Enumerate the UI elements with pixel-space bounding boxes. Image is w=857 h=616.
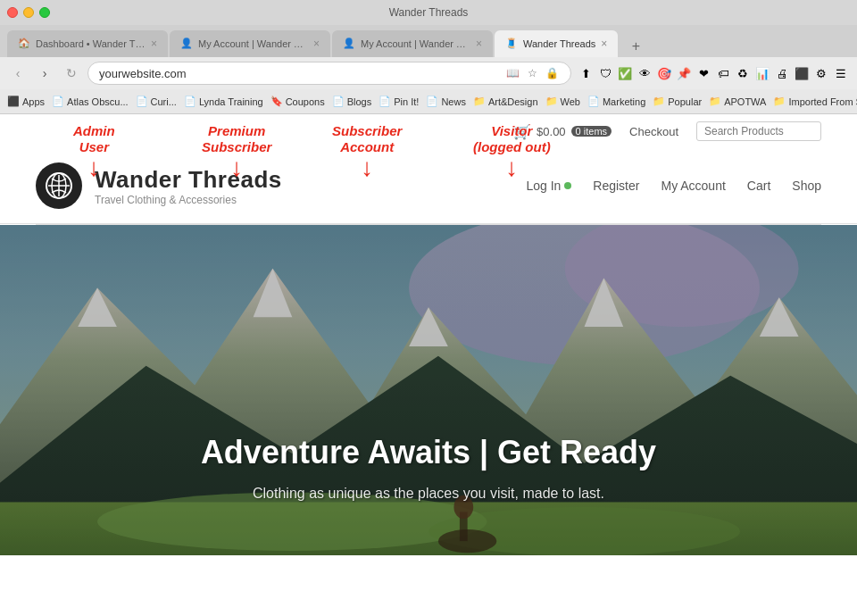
tab-favicon-dashboard: 🏠: [18, 37, 30, 50]
tab-wander-threads[interactable]: 🧵 Wander Threads ×: [495, 30, 618, 57]
apotwa-icon: 📁: [709, 96, 721, 107]
tab-myaccount1[interactable]: 👤 My Account | Wander Thre... ×: [170, 30, 330, 57]
menu-icon[interactable]: ☰: [832, 64, 850, 82]
bookmark-artdesign[interactable]: 📁 Art&Design: [473, 96, 538, 107]
url-icons: 📖 ☆ 🔒: [504, 65, 560, 81]
url-text: yourwebsite.com: [99, 67, 504, 80]
bookmarks-bar: ⬛ Apps 📄 Atlas Obscu... 📄 Curi... 📄 Lynd…: [0, 89, 857, 114]
reader-icon[interactable]: 📖: [504, 65, 520, 81]
bookmark-imported[interactable]: 📁 Imported From Safari: [773, 96, 857, 107]
hero-content: Adventure Awaits | Get Ready Clothing as…: [86, 434, 771, 502]
nav-login[interactable]: Log In: [526, 179, 571, 193]
site-logo-wrap: Wander Threads Travel Clothing & Accesso…: [36, 162, 282, 209]
back-button[interactable]: ‹: [7, 62, 29, 84]
bookmark-coupons[interactable]: 🔖 Coupons: [270, 96, 325, 107]
bookmark-star-icon[interactable]: ☆: [524, 65, 540, 81]
browser-frame: Wander Threads 🏠 Dashboard • Wander Thre…: [0, 0, 857, 616]
bookmark-label-artdesign: Art&Design: [488, 96, 538, 107]
popular-icon: 📁: [653, 96, 665, 107]
extension-icon5[interactable]: 📌: [675, 64, 693, 82]
share-icon[interactable]: ⬆: [577, 64, 595, 82]
bookmark-label-atlas: Atlas Obscu...: [67, 96, 128, 107]
extension-icon10[interactable]: 🖨: [773, 64, 791, 82]
tab-close-dashboard[interactable]: ×: [151, 37, 157, 50]
extension-icon8[interactable]: ♻: [734, 64, 752, 82]
tab-title-wander: Wander Threads: [523, 38, 595, 49]
site-branding-row: Wander Threads Travel Clothing & Accesso…: [0, 148, 857, 223]
news-icon: 📄: [426, 96, 438, 107]
extension-icon4[interactable]: 🎯: [655, 64, 673, 82]
new-tab-button[interactable]: +: [623, 36, 648, 57]
bookmark-label-news: News: [441, 96, 466, 107]
nav-shop[interactable]: Shop: [792, 179, 821, 193]
bookmark-label-coupons: Coupons: [286, 96, 325, 107]
cart-icon: 🛒: [513, 123, 531, 140]
bookmark-lynda[interactable]: 📄 Lynda Training: [184, 96, 263, 107]
extension-icon1[interactable]: 🛡: [596, 64, 614, 82]
maximize-button[interactable]: [39, 7, 50, 18]
pinit-icon: 📄: [379, 96, 391, 107]
atlas-icon: 📄: [52, 96, 64, 107]
bookmark-blogs[interactable]: 📄 Blogs: [332, 96, 372, 107]
tab-dashboard[interactable]: 🏠 Dashboard • Wander Thre... ×: [7, 30, 168, 57]
bookmark-atlas[interactable]: 📄 Atlas Obscu...: [52, 96, 128, 107]
bookmark-label-curi: Curi...: [151, 96, 177, 107]
imported-icon: 📁: [773, 96, 786, 107]
address-bar: ‹ › ↻ yourwebsite.com 📖 ☆ 🔒 ⬆ 🛡 ✅ 👁 🎯 📌 …: [0, 57, 857, 89]
apps-icon: ⬛: [7, 96, 20, 107]
search-input[interactable]: [696, 121, 821, 141]
cart-info: 🛒 $0.00 0 items: [513, 123, 612, 140]
curi-icon: 📄: [136, 96, 148, 107]
bookmark-marketing[interactable]: 📄 Marketing: [587, 96, 645, 107]
minimize-button[interactable]: [23, 7, 34, 18]
site-topbar: 🛒 $0.00 0 items Checkout: [0, 114, 857, 148]
nav-myaccount[interactable]: My Account: [661, 179, 725, 193]
online-dot: [564, 182, 571, 189]
bookmark-web[interactable]: 📁 Web: [545, 96, 580, 107]
tab-title-myaccount2: My Account | Wander Thre...: [361, 38, 470, 49]
artdesign-icon: 📁: [473, 96, 486, 107]
extension-icon6[interactable]: ❤: [695, 64, 712, 82]
cart-amount: $0.00: [537, 125, 566, 138]
hero-overlay: [0, 225, 857, 555]
hero-subtitle: Clothing as unique as the places you vis…: [86, 486, 771, 502]
extension-icon11[interactable]: ⬛: [793, 64, 811, 82]
hero-title: Adventure Awaits | Get Ready: [86, 434, 771, 471]
bookmark-apps[interactable]: ⬛ Apps: [7, 96, 45, 107]
extension-icon2[interactable]: ✅: [616, 64, 634, 82]
tab-favicon-myaccount2: 👤: [343, 37, 355, 50]
lock-icon[interactable]: 🔒: [544, 65, 560, 81]
tab-title-myaccount1: My Account | Wander Thre...: [198, 38, 308, 49]
lynda-icon: 📄: [184, 96, 196, 107]
bookmark-apotwa[interactable]: 📁 APOTWA: [709, 96, 766, 107]
forward-button[interactable]: ›: [34, 62, 55, 84]
nav-cart[interactable]: Cart: [747, 179, 770, 193]
url-bar[interactable]: yourwebsite.com 📖 ☆ 🔒: [87, 62, 571, 85]
nav-register[interactable]: Register: [593, 179, 639, 193]
tab-favicon-wander: 🧵: [505, 37, 518, 50]
bookmark-label-lynda: Lynda Training: [199, 96, 263, 107]
bookmark-label-marketing: Marketing: [603, 96, 645, 107]
tab-close-myaccount2[interactable]: ×: [476, 37, 482, 50]
hero-section: Adventure Awaits | Get Ready Clothing as…: [0, 225, 857, 555]
bookmark-popular[interactable]: 📁 Popular: [653, 96, 702, 107]
bookmark-label-popular: Popular: [668, 96, 702, 107]
site-tagline: Travel Clothing & Accessories: [95, 194, 282, 206]
extension-icon9[interactable]: 📊: [753, 64, 771, 82]
extension-icon3[interactable]: 👁: [636, 64, 653, 82]
checkout-button[interactable]: Checkout: [629, 125, 678, 138]
tab-close-myaccount1[interactable]: ×: [313, 37, 320, 50]
tab-close-wander[interactable]: ×: [601, 37, 607, 50]
bookmark-news[interactable]: 📄 News: [426, 96, 466, 107]
close-button[interactable]: [7, 7, 18, 18]
bookmark-pinit[interactable]: 📄 Pin It!: [379, 96, 419, 107]
tab-myaccount2[interactable]: 👤 My Account | Wander Thre... ×: [332, 30, 493, 57]
logo-svg: [45, 171, 73, 200]
site-header: 🛒 $0.00 0 items Checkout: [0, 114, 857, 224]
extension-icon7[interactable]: 🏷: [714, 64, 732, 82]
cart-count: 0 items: [571, 126, 612, 137]
extension-icon12[interactable]: ⚙: [812, 64, 830, 82]
refresh-button[interactable]: ↻: [61, 62, 82, 84]
bookmark-curi[interactable]: 📄 Curi...: [136, 96, 177, 107]
bookmark-label-pinit: Pin It!: [394, 96, 419, 107]
